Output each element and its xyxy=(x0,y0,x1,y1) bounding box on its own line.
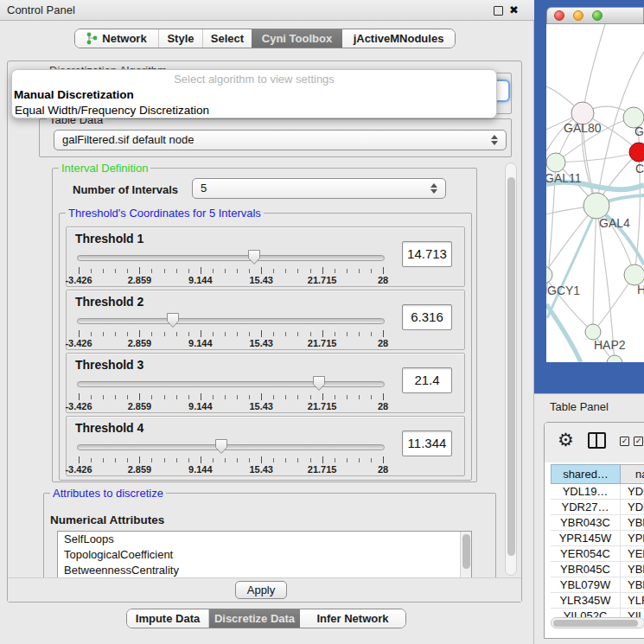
tick xyxy=(176,269,177,273)
threshold-value-input[interactable]: 11.344 xyxy=(402,430,452,456)
cyni-mode-tabs: Impute Data Discretize Data Infer Networ… xyxy=(126,609,406,628)
network-edge-highlighted[interactable] xyxy=(547,209,596,318)
tick xyxy=(225,269,226,273)
scrollbar-thumb[interactable] xyxy=(507,177,515,556)
slider-track[interactable] xyxy=(77,318,385,324)
slider-thumb[interactable] xyxy=(312,375,326,392)
cell-name[interactable]: YDL1 xyxy=(621,484,644,499)
cell-shared-name[interactable]: YLR345W xyxy=(551,593,621,608)
cell-shared-name[interactable]: YBR045C xyxy=(551,562,621,577)
tick xyxy=(359,395,360,399)
apply-button[interactable]: Apply xyxy=(235,581,287,599)
threshold-value-input[interactable]: 14.713 xyxy=(402,241,452,267)
dropdown-option-equal-width-frequency[interactable]: Equal Width/Frequency Discretization xyxy=(15,104,209,117)
table-row[interactable]: YIL052CYIL0 xyxy=(551,609,644,617)
tab-network[interactable]: Network xyxy=(75,29,159,48)
traffic-light-minimize-icon[interactable] xyxy=(573,10,583,21)
tab-impute-data[interactable]: Impute Data xyxy=(127,609,209,628)
checkbox-icon[interactable]: ✓ xyxy=(634,437,643,446)
network-node-GAL4[interactable] xyxy=(583,193,609,219)
network-edge[interactable] xyxy=(593,206,596,332)
traffic-light-zoom-icon[interactable] xyxy=(592,10,603,21)
slider-track[interactable] xyxy=(77,444,385,450)
table-row[interactable]: YLR345WYLR3 xyxy=(551,593,644,609)
tick xyxy=(213,269,214,273)
cell-shared-name[interactable]: YDR27… xyxy=(551,500,621,514)
tick-label: 21.715 xyxy=(308,464,337,475)
scrollbar-thumb[interactable] xyxy=(553,620,638,627)
tab-style[interactable]: Style xyxy=(159,29,203,48)
float-panel-icon[interactable] xyxy=(494,6,503,16)
cell-name[interactable]: YDR2 xyxy=(621,500,644,514)
control-panel-titlebar: Control Panel ✖ xyxy=(0,0,534,21)
numerical-attributes-list[interactable]: SelfLoopsTopologicalCoefficientBetweenne… xyxy=(57,531,472,577)
gear-icon[interactable]: ⚙ xyxy=(558,430,574,450)
table-row[interactable]: YBR043CYBR0 xyxy=(551,515,644,531)
table-horizontal-scrollbar[interactable] xyxy=(551,617,644,628)
columns-icon[interactable] xyxy=(588,432,606,449)
tick xyxy=(285,458,286,462)
cell-shared-name[interactable]: YER054C xyxy=(551,546,621,561)
scrollbar-thumb[interactable] xyxy=(462,534,470,569)
tick xyxy=(322,456,323,463)
cell-shared-name[interactable]: YBL079W xyxy=(551,577,621,592)
tick-label: 28 xyxy=(378,401,388,411)
column-header-shared[interactable]: shared… xyxy=(551,464,621,484)
cell-name[interactable]: YLR3 xyxy=(621,593,644,608)
tab-cyni-toolbox[interactable]: Cyni Toolbox xyxy=(252,29,342,48)
table-row[interactable]: YBR045CYBR0 xyxy=(551,562,644,577)
cell-name[interactable]: YER0 xyxy=(621,546,644,561)
tick xyxy=(151,458,152,462)
close-icon[interactable]: ✖ xyxy=(509,3,519,16)
tick xyxy=(103,269,104,273)
table-row[interactable]: YBL079WYBL0 xyxy=(551,577,644,593)
network-window-titlebar[interactable] xyxy=(546,7,644,24)
column-header-name[interactable]: na xyxy=(621,464,644,484)
tick xyxy=(322,330,323,337)
table-data-combo[interactable]: galFiltered.sif default node xyxy=(54,130,507,150)
table-row[interactable]: YER054CYER0 xyxy=(551,546,644,562)
cell-shared-name[interactable]: YPR145W xyxy=(551,531,621,545)
traffic-light-close-icon[interactable] xyxy=(554,10,564,21)
network-edge[interactable] xyxy=(583,24,605,113)
checkbox-icon[interactable]: ✓ xyxy=(620,437,629,446)
cell-shared-name[interactable]: YIL052C xyxy=(551,609,621,617)
slider-thumb[interactable] xyxy=(214,438,228,455)
tab-jactivemnodules[interactable]: jActiveMNodules xyxy=(342,29,455,48)
cell-name[interactable]: YBL0 xyxy=(621,577,644,592)
attributes-list-scrollbar[interactable] xyxy=(460,532,471,577)
tab-infer-network[interactable]: Infer Network xyxy=(300,609,405,628)
threshold-value-input[interactable]: 21.4 xyxy=(402,367,452,393)
cell-name[interactable]: YBR0 xyxy=(621,515,644,530)
table-row[interactable]: YPR145WYPR1 xyxy=(551,531,644,546)
network-canvas[interactable]: GAL80GACGAL11GAL4GCY1HHAP2 xyxy=(546,24,644,362)
slider-thumb[interactable] xyxy=(247,249,261,265)
tab-discretize-data[interactable]: Discretize Data xyxy=(209,609,300,628)
control-panel: Control Panel ✖ Network Style Select Cyn… xyxy=(0,0,534,644)
attribute-list-item[interactable]: SelfLoops xyxy=(58,532,471,547)
tick-label: 9.144 xyxy=(188,464,213,475)
table-row[interactable]: YDL19…YDL1 xyxy=(551,484,644,500)
table-row[interactable]: YDR27…YDR2 xyxy=(551,500,644,515)
dropdown-option-manual-discretization[interactable]: Manual Discretization xyxy=(14,88,134,101)
network-node-GCY1[interactable] xyxy=(546,266,552,284)
number-of-intervals-combo[interactable]: 5 xyxy=(192,178,446,199)
network-node-red[interactable] xyxy=(629,143,644,162)
network-edge-highlighted[interactable] xyxy=(546,304,581,362)
slider-track[interactable] xyxy=(77,381,385,387)
slider-track[interactable] xyxy=(77,255,385,261)
cell-shared-name[interactable]: YBR043C xyxy=(551,515,621,530)
tab-select[interactable]: Select xyxy=(203,29,252,48)
cell-name[interactable]: YBR0 xyxy=(621,562,644,577)
cell-name[interactable]: YPR1 xyxy=(621,531,644,545)
node-table: ⚙ ✓ ✓ shared… na YDL19…YDL1YDR27…YDR2YBR… xyxy=(544,422,644,639)
threshold-value-input[interactable]: 6.316 xyxy=(402,304,452,330)
tick xyxy=(322,267,323,274)
settings-scrollbar[interactable] xyxy=(505,163,517,576)
slider-thumb[interactable] xyxy=(166,312,180,328)
attribute-list-item[interactable]: TopologicalCoefficient xyxy=(58,547,471,563)
attribute-list-item[interactable]: BetweennessCentrality xyxy=(58,563,471,577)
cell-shared-name[interactable]: YDL19… xyxy=(551,484,621,499)
cell-name[interactable]: YIL0 xyxy=(621,609,644,617)
network-node-GAL11[interactable] xyxy=(546,153,565,172)
